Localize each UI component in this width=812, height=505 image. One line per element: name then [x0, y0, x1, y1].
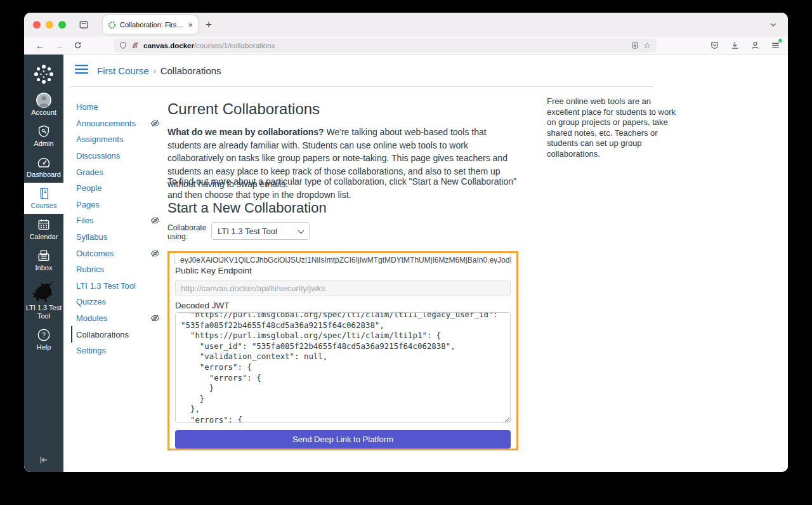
global-nav-calendar[interactable]: Calendar — [24, 214, 63, 245]
decoded-jwt-label: Decoded JWT — [175, 301, 230, 310]
tab-favicon — [108, 21, 116, 29]
header-divider — [70, 86, 653, 87]
reader-view-icon[interactable] — [631, 41, 639, 49]
help-question-icon: ? — [24, 327, 63, 343]
insecure-lock-icon[interactable] — [131, 41, 139, 49]
tracking-protection-shield-icon[interactable] — [119, 41, 127, 49]
tab-close-icon[interactable]: × — [188, 21, 193, 29]
global-nav-help[interactable]: ? Help — [24, 324, 63, 355]
course-nav-assignments[interactable]: Assignments — [76, 131, 160, 148]
course-nav-grades[interactable]: Grades — [76, 164, 160, 180]
course-nav-modules[interactable]: Modules — [76, 310, 160, 327]
course-nav-files[interactable]: Files — [76, 213, 160, 229]
collaboration-tool-select-wrap: LTI 1.3 Test Tool — [211, 222, 310, 241]
courses-book-icon — [24, 186, 63, 201]
course-nav-home[interactable]: Home — [76, 99, 160, 115]
collaborations-info-paragraph: To find out more about a particular type… — [167, 175, 518, 201]
browser-tab-bar: Collaboration: First Course × + — [24, 13, 788, 37]
canvas-app: Account Admin Dashboard Courses — [24, 55, 788, 472]
browser-tab[interactable]: Collaboration: First Course × — [103, 15, 198, 34]
course-nav-rubrics[interactable]: Rubrics — [76, 261, 160, 278]
course-nav-quizzes[interactable]: Quizzes — [76, 294, 160, 310]
new-tab-button[interactable]: + — [206, 18, 212, 31]
firefox-view-icon[interactable] — [79, 20, 89, 30]
downloads-icon[interactable] — [730, 41, 740, 50]
window-controls — [33, 21, 66, 29]
minimize-window-button[interactable] — [46, 21, 53, 29]
public-key-endpoint-label: Public Key Endpoint — [175, 266, 252, 275]
canvas-logo-icon[interactable] — [30, 60, 58, 88]
global-nav-lti-test-tool[interactable]: LTI 1.3 TestTool — [24, 276, 63, 324]
collaborate-using-label: Collaborate using: — [167, 222, 204, 241]
breadcrumb-separator: › — [154, 67, 156, 75]
unicorn-icon — [24, 279, 63, 303]
jwt-field-clipped: eyJ0eXAiOiJKV1QiLCJhbGciOiJSUzI1NiIsImtp… — [174, 253, 511, 264]
course-nav-discussions[interactable]: Discussions — [76, 148, 160, 164]
pocket-icon[interactable] — [710, 41, 719, 50]
breadcrumb: First Course › Collaborations — [97, 65, 221, 76]
start-collaboration-heading: Start a New Collaboration — [167, 200, 327, 216]
account-icon[interactable] — [750, 41, 760, 50]
lti-tool-frame: eyJ0eXAiOiJKV1QiLCJhbGciOiJSUzI1NiIsImtp… — [167, 251, 518, 450]
account-avatar-icon — [24, 93, 63, 108]
menu-notification-dot — [778, 39, 782, 43]
browser-toolbar: ← → canvas.docker /courses/1/collaborati… — [24, 37, 788, 55]
breadcrumb-current: Collaborations — [160, 65, 221, 76]
jwt-textarea[interactable]: eyJ0eXAiOiJKV1QiLCJhbGciOiJSUzI1NiIsImtp… — [174, 253, 511, 264]
back-button[interactable]: ← — [36, 41, 44, 50]
send-deep-link-button[interactable]: Send Deep Link to Platform — [175, 430, 511, 449]
global-nav: Account Admin Dashboard Courses — [24, 55, 63, 472]
course-nav: Home Announcements Assignments Discussio… — [76, 99, 160, 359]
course-nav-lti-test-tool[interactable]: LTI 1.3 Test Tool — [76, 278, 160, 294]
zoom-window-button[interactable] — [58, 21, 66, 29]
global-nav-admin[interactable]: Admin — [24, 121, 63, 152]
url-bar[interactable]: canvas.docker /courses/1/collaborations … — [114, 39, 657, 53]
course-nav-people[interactable]: People — [76, 180, 160, 197]
dashboard-gauge-icon — [24, 155, 63, 170]
collaboration-tool-select[interactable]: LTI 1.3 Test Tool — [211, 222, 310, 240]
hamburger-menu-icon[interactable] — [75, 64, 88, 74]
page-content: First Course › Collaborations Home Annou… — [63, 55, 788, 472]
tab-title: Collaboration: First Course — [120, 21, 184, 29]
decoded-jwt-textarea[interactable]: "https://purl.imsglobal.org/spec/lti/cla… — [175, 312, 511, 423]
course-nav-syllabus[interactable]: Syllabus — [76, 229, 160, 246]
collaborate-using-row: Collaborate using: LTI 1.3 Test Tool — [167, 222, 310, 241]
collaborations-help-text: Free online web tools are an excellent p… — [547, 96, 678, 160]
svg-text:?: ? — [42, 332, 46, 339]
forward-button[interactable]: → — [55, 41, 63, 50]
url-path: /courses/1/collaborations — [194, 42, 275, 49]
reload-button[interactable] — [74, 41, 82, 49]
inbox-icon — [24, 248, 63, 263]
public-key-endpoint-input[interactable] — [175, 280, 511, 296]
hidden-eye-slash-icon — [150, 119, 160, 128]
admin-shield-icon — [24, 124, 63, 139]
hidden-eye-slash-icon — [150, 249, 160, 258]
browser-window: Collaboration: First Course × + ← → canv… — [24, 13, 788, 472]
global-nav-account[interactable]: Account — [24, 89, 63, 121]
hidden-eye-slash-icon — [150, 313, 160, 323]
course-nav-outcomes[interactable]: Outcomes — [76, 245, 160, 261]
course-nav-announcements[interactable]: Announcements — [76, 115, 160, 132]
list-tabs-chevron-icon[interactable] — [769, 20, 778, 29]
current-collaborations-heading: Current Collaborations — [167, 100, 320, 118]
breadcrumb-course-link[interactable]: First Course — [97, 65, 149, 76]
global-nav-dashboard[interactable]: Dashboard — [24, 152, 63, 183]
course-nav-settings[interactable]: Settings — [76, 343, 160, 359]
url-host: canvas.docker — [143, 42, 194, 49]
app-menu-icon[interactable] — [771, 41, 780, 50]
calendar-icon — [24, 217, 63, 232]
close-window-button[interactable] — [33, 21, 41, 29]
collapse-global-nav-icon[interactable] — [24, 454, 63, 466]
course-nav-collaborations[interactable]: Collaborations — [71, 326, 160, 343]
course-nav-pages[interactable]: Pages — [76, 197, 160, 213]
bookmark-star-icon[interactable]: ☆ — [643, 41, 651, 49]
global-nav-inbox[interactable]: Inbox — [24, 245, 63, 276]
hidden-eye-slash-icon — [150, 216, 160, 225]
global-nav-courses[interactable]: Courses — [24, 183, 63, 214]
